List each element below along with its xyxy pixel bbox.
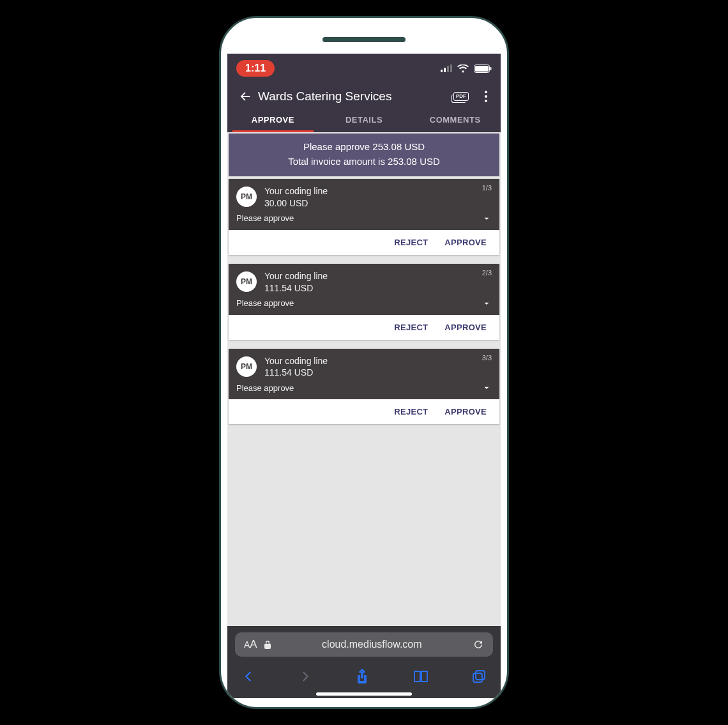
reject-button[interactable]: REJECT xyxy=(394,323,428,332)
item-counter: 1/3 xyxy=(482,184,492,192)
recording-time-pill[interactable]: 1:11 xyxy=(236,60,275,77)
item-title: Your coding line xyxy=(264,355,492,367)
approve-button[interactable]: APPROVE xyxy=(444,238,487,247)
item-counter: 2/3 xyxy=(482,269,492,277)
chevron-down-icon[interactable] xyxy=(482,383,492,393)
back-icon[interactable] xyxy=(241,669,255,684)
svg-rect-7 xyxy=(476,671,485,680)
avatar: PM xyxy=(236,271,257,292)
svg-rect-5 xyxy=(475,66,489,72)
back-button[interactable] xyxy=(236,89,254,103)
card-header[interactable]: 1/3 PM Your coding line 30.00 USD Please… xyxy=(229,179,499,230)
approve-button[interactable]: APPROVE xyxy=(444,407,487,416)
tab-comments[interactable]: COMMENTS xyxy=(409,109,501,132)
page-title: Wards Catering Services xyxy=(254,89,453,103)
svg-rect-6 xyxy=(490,67,492,70)
item-title: Your coding line xyxy=(264,185,492,197)
svg-rect-3 xyxy=(450,65,452,72)
item-amount: 111.54 USD xyxy=(264,282,492,294)
bookmarks-icon[interactable] xyxy=(413,669,429,684)
svg-rect-2 xyxy=(447,66,449,72)
list-item: 1/3 PM Your coding line 30.00 USD Please… xyxy=(229,179,499,255)
svg-rect-0 xyxy=(441,70,443,72)
tab-approve[interactable]: APPROVE xyxy=(227,109,319,132)
pdf-button[interactable]: PDF xyxy=(453,92,469,101)
list-item: 3/3 PM Your coding line 111.54 USD Pleas… xyxy=(229,349,499,425)
more-menu-button[interactable] xyxy=(480,91,492,102)
card-actions: REJECT APPROVE xyxy=(229,230,499,255)
item-prompt: Please approve xyxy=(236,383,294,393)
card-actions: REJECT APPROVE xyxy=(229,315,499,340)
ios-statusbar: 1:11 xyxy=(227,54,501,83)
card-header[interactable]: 3/3 PM Your coding line 111.54 USD Pleas… xyxy=(229,349,499,400)
battery-icon xyxy=(474,65,492,73)
chevron-down-icon[interactable] xyxy=(482,213,492,224)
browser-toolbar xyxy=(227,662,501,689)
chevron-down-icon[interactable] xyxy=(482,298,492,309)
coding-line-list: 1/3 PM Your coding line 30.00 USD Please… xyxy=(227,179,501,424)
list-item: 2/3 PM Your coding line 111.54 USD Pleas… xyxy=(229,264,499,340)
svg-rect-1 xyxy=(444,68,446,72)
approve-button[interactable]: APPROVE xyxy=(444,323,487,332)
browser-address-bar: AA cloud.mediusflow.com xyxy=(227,626,501,662)
reader-button[interactable]: AA xyxy=(244,638,257,651)
reload-icon[interactable] xyxy=(473,639,484,650)
reject-button[interactable]: REJECT xyxy=(394,407,428,416)
card-actions: REJECT APPROVE xyxy=(229,399,499,424)
url-text: cloud.mediusflow.com xyxy=(278,639,466,650)
home-indicator[interactable] xyxy=(316,692,412,696)
tabs-icon[interactable] xyxy=(471,669,487,684)
card-header[interactable]: 2/3 PM Your coding line 111.54 USD Pleas… xyxy=(229,264,499,315)
status-icons xyxy=(441,65,492,73)
phone-frame: 1:11 Wards Catering Services PDF APPROVE… xyxy=(219,16,509,709)
lock-icon xyxy=(264,640,271,649)
tabs: APPROVE DETAILS COMMENTS xyxy=(227,109,501,132)
banner-line1: Please approve 253.08 USD xyxy=(234,140,494,155)
banner-line2: Total invoice amount is 253.08 USD xyxy=(234,155,494,169)
item-prompt: Please approve xyxy=(236,213,294,223)
avatar: PM xyxy=(236,356,257,377)
screen: 1:11 Wards Catering Services PDF APPROVE… xyxy=(227,54,501,698)
speaker-grill xyxy=(322,37,406,42)
avatar: PM xyxy=(236,187,257,207)
arrow-left-icon xyxy=(238,89,252,103)
forward-icon xyxy=(298,669,312,684)
content-scroll[interactable]: 1/3 PM Your coding line 30.00 USD Please… xyxy=(227,178,501,626)
svg-rect-8 xyxy=(473,673,482,682)
item-amount: 30.00 USD xyxy=(264,197,492,210)
approval-banner: Please approve 253.08 USD Total invoice … xyxy=(229,134,499,176)
item-title: Your coding line xyxy=(264,270,492,282)
share-icon[interactable] xyxy=(354,668,370,685)
cellular-icon xyxy=(441,65,452,72)
tab-details[interactable]: DETAILS xyxy=(319,109,410,132)
wifi-icon xyxy=(457,65,469,73)
url-box[interactable]: AA cloud.mediusflow.com xyxy=(235,632,493,657)
reject-button[interactable]: REJECT xyxy=(394,238,428,247)
item-amount: 111.54 USD xyxy=(264,367,492,379)
item-prompt: Please approve xyxy=(236,298,294,308)
item-counter: 3/3 xyxy=(482,354,492,362)
app-header: Wards Catering Services PDF xyxy=(227,83,501,109)
